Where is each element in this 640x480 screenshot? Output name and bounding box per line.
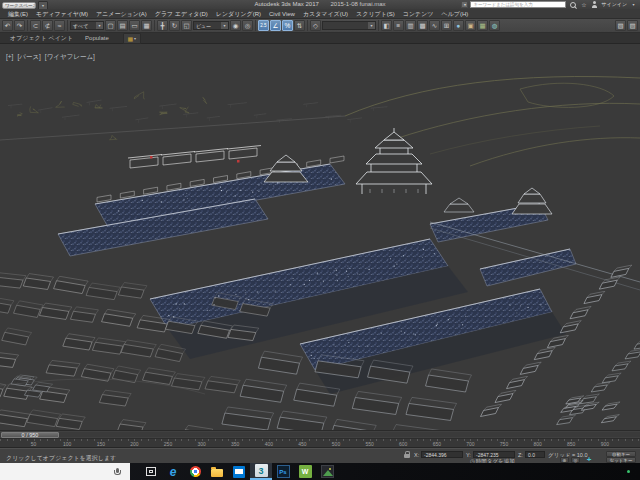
rendered-frame-window-icon[interactable]: ▦ <box>477 20 488 31</box>
window-crossing-toggle-icon[interactable]: ▦ <box>141 20 152 31</box>
selection-filter-dropdown[interactable]: すべて▾ <box>70 21 104 30</box>
task-view-button[interactable] <box>140 463 162 480</box>
ribbon-tab-bar: オブジェクト ペイントPopulate ▦▾ <box>0 33 640 44</box>
3ds-max-app-icon[interactable]: 3 <box>250 463 272 480</box>
track-bar-tick <box>578 439 579 441</box>
track-bar-tick <box>208 439 209 441</box>
toolbar-separator <box>154 20 155 31</box>
image-viewer-app-icon[interactable] <box>316 463 338 480</box>
unlink-selection-icon[interactable]: ⊄ <box>42 20 53 31</box>
curve-editor-icon[interactable]: ∿ <box>429 20 440 31</box>
toolbar-separator <box>307 20 308 31</box>
track-bar-tick <box>316 439 317 441</box>
sign-in-button[interactable]: サインイン <box>601 1 627 8</box>
select-and-rotate-icon[interactable]: ↻ <box>169 20 180 31</box>
render-setup-icon[interactable]: ▣ <box>465 20 476 31</box>
redo-icon[interactable]: ↷ <box>14 20 25 31</box>
scene-explorer-toggle-icon[interactable]: ▥ <box>405 20 416 31</box>
x-coordinate-field[interactable]: -2844.396 <box>421 451 463 458</box>
search-icon[interactable] <box>568 1 577 8</box>
menu-item-9[interactable]: ヘルプ(H) <box>438 9 473 19</box>
sign-in-chevron-icon[interactable]: ▾ <box>629 1 638 8</box>
reference-coordinate-system-dropdown[interactable]: ビュー▾ <box>193 21 229 30</box>
track-bar[interactable]: 5010015020025030035040045050055060065070… <box>0 439 640 448</box>
rectangular-selection-region-icon[interactable]: ▭ <box>129 20 140 31</box>
undo-icon[interactable]: ↶ <box>2 20 13 31</box>
isolate-selection-toggle-icon[interactable]: ▧ <box>615 20 626 31</box>
favorites-star-icon[interactable]: ☆ <box>579 1 588 8</box>
select-and-move-icon[interactable]: ╋ <box>157 20 168 31</box>
y-coordinate-field[interactable]: -2847.235 <box>473 451 515 458</box>
viewport-label-segment-0[interactable]: [+] <box>6 53 13 62</box>
z-coordinate-field[interactable]: 0.0 <box>525 451 545 458</box>
file-explorer-app-icon[interactable] <box>206 463 228 480</box>
viewport[interactable]: [+][パース][ワイヤフレーム] <box>0 44 640 430</box>
menu-item-4[interactable]: レンダリング(R) <box>212 9 265 19</box>
menu-item-7[interactable]: スクリプト(S) <box>352 9 399 19</box>
align-icon[interactable]: ≡ <box>393 20 404 31</box>
menu-item-2[interactable]: アニメーション(A) <box>92 9 151 19</box>
taskbar-search-input[interactable] <box>0 463 130 480</box>
photoshop-app-icon[interactable]: Ps <box>272 463 294 480</box>
chrome-app-icon[interactable] <box>184 463 206 480</box>
time-slider[interactable]: 0 / 950 <box>0 430 640 439</box>
track-bar-tick <box>417 439 418 441</box>
search-type-dropdown[interactable]: ▾ <box>461 1 468 8</box>
ribbon-tab-0[interactable]: オブジェクト ペイント <box>4 33 79 44</box>
track-bar-tick <box>13 439 14 441</box>
track-bar-frame-label: 300 <box>197 441 205 447</box>
mirror-icon[interactable]: ◧ <box>381 20 392 31</box>
display-toggle-icon[interactable]: ▨ <box>627 20 638 31</box>
use-pivot-point-center-icon[interactable]: ◉ <box>230 20 241 31</box>
menu-item-3[interactable]: グラフ エディタ(D) <box>151 9 212 19</box>
viewport-label-segment-2[interactable]: [ワイヤフレーム] <box>45 53 95 62</box>
track-bar-frame-label: 600 <box>399 441 407 447</box>
track-bar-tick <box>585 439 586 441</box>
selection-lock-icon[interactable] <box>404 454 410 458</box>
angle-snap-toggle-icon[interactable]: ∠ <box>270 20 281 31</box>
select-object-icon[interactable]: ▢ <box>105 20 116 31</box>
infocenter-search-input[interactable] <box>470 1 566 8</box>
green-w-app-icon[interactable]: W <box>294 463 316 480</box>
menu-item-1[interactable]: モディファイヤ(M) <box>32 9 92 19</box>
time-slider-handle[interactable]: 0 / 950 <box>1 432 59 438</box>
toolbar-separator <box>255 20 256 31</box>
material-editor-icon[interactable]: ● <box>453 20 464 31</box>
track-bar-tick <box>410 439 411 441</box>
ribbon-tab-1[interactable]: Populate <box>79 33 115 44</box>
mail-app-icon[interactable] <box>228 463 250 480</box>
edge-app-icon[interactable]: e <box>162 463 184 480</box>
spinner-snap-toggle-icon[interactable]: ⇅ <box>294 20 305 31</box>
tray-notification-icon[interactable] <box>627 470 630 473</box>
select-and-manipulate-icon[interactable]: ◎ <box>242 20 253 31</box>
menu-item-8[interactable]: コンテンツ <box>399 9 438 19</box>
microphone-icon[interactable] <box>116 468 119 473</box>
track-bar-tick <box>7 439 8 441</box>
bind-to-space-warp-icon[interactable]: ≈ <box>54 20 65 31</box>
snaps-toggle-icon[interactable]: 2.5 <box>258 20 269 31</box>
track-bar-tick <box>477 439 478 441</box>
menu-item-5[interactable]: Civil View <box>265 9 299 19</box>
schematic-view-icon[interactable]: ⊞ <box>441 20 452 31</box>
edit-named-selection-sets-icon[interactable]: ◇ <box>310 20 321 31</box>
menu-item-0[interactable]: 編集(E) <box>4 9 32 19</box>
populate-tools-icon[interactable]: ▦▾ <box>123 33 141 44</box>
time-slider-track[interactable] <box>0 432 640 437</box>
track-bar-tick <box>591 439 592 441</box>
percent-snap-toggle-icon[interactable]: % <box>282 20 293 31</box>
select-and-scale-icon[interactable]: ◱ <box>181 20 192 31</box>
track-bar-tick <box>544 439 545 441</box>
select-by-name-icon[interactable]: ▤ <box>117 20 128 31</box>
track-bar-tick <box>343 439 344 441</box>
track-bar-frame-label: 500 <box>332 441 340 447</box>
viewport-label-segment-1[interactable]: [パース] <box>17 53 40 62</box>
layer-explorer-toggle-icon[interactable]: ▩ <box>417 20 428 31</box>
select-and-link-icon[interactable]: ⊂ <box>30 20 41 31</box>
3ds-max-app-icon: 3 <box>255 464 268 477</box>
render-production-icon[interactable]: ◍ <box>489 20 500 31</box>
track-bar-tick <box>195 439 196 441</box>
named-selection-sets-dropdown[interactable]: ▾ <box>322 21 376 30</box>
track-bar-tick <box>276 439 277 441</box>
user-icon[interactable] <box>590 1 599 8</box>
menu-item-6[interactable]: カスタマイズ(U) <box>299 9 352 19</box>
